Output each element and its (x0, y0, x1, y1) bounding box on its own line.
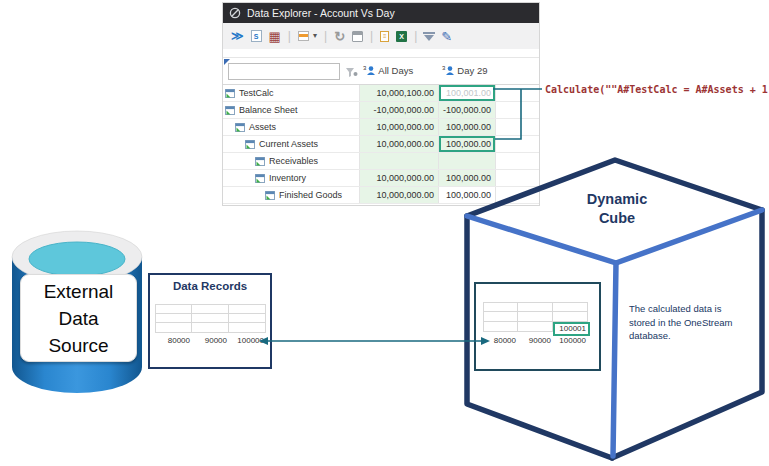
member-cell[interactable]: Finished Goods (223, 187, 359, 203)
filler-cell (495, 85, 539, 101)
label-line: Source (48, 332, 108, 359)
time-badge: 3 (363, 65, 366, 71)
member-label: Assets (249, 122, 276, 132)
member-icon (235, 122, 246, 132)
data-records-grid (155, 304, 266, 333)
member-cell[interactable]: TestCalc (223, 85, 359, 101)
member-cell[interactable]: Receivables (223, 153, 359, 169)
member-label: Finished Goods (279, 190, 342, 200)
toolbar-separator: | (324, 29, 327, 43)
calculator-icon[interactable]: ▦ (269, 30, 281, 43)
value: 100000 (229, 336, 266, 345)
value-cell[interactable]: 10,000,000.00 (359, 136, 438, 152)
filter-icon[interactable] (424, 35, 434, 41)
value: 90000 (518, 336, 553, 345)
member-label: Balance Sheet (239, 105, 298, 115)
time-member-icon (367, 66, 375, 75)
member-label: Current Assets (259, 139, 318, 149)
dropdown-caret-icon[interactable]: ▾ (313, 32, 317, 40)
grid-view-icon[interactable] (298, 31, 309, 41)
filler-cell (495, 119, 539, 135)
export-excel-icon[interactable]: X (396, 31, 407, 42)
filler-cell (495, 102, 539, 118)
member-icon (225, 105, 236, 115)
value: 100000 (553, 336, 588, 345)
cube-data-box: 100001 80000 90000 100000 (474, 282, 601, 371)
cube-note-text: The calculated data is stored in the One… (629, 302, 737, 343)
data-records-values: 80000 90000 100000 (155, 336, 266, 345)
member-icon (225, 88, 236, 98)
member-filter-input[interactable] (228, 63, 340, 80)
save-icon[interactable] (352, 31, 363, 42)
calculate-formula-text: Calculate(""A#TestCalc = A#Assets + 1 (545, 84, 768, 95)
toolbar-separator: | (414, 29, 417, 43)
value: 80000 (155, 336, 192, 345)
column-header-all-days[interactable]: 3 All Days (363, 65, 413, 76)
value-cell[interactable]: 10,000,100.00 (359, 85, 438, 101)
member-label: Receivables (269, 156, 318, 166)
value-cell[interactable]: -100,000.00 (438, 102, 495, 118)
value: 90000 (192, 336, 229, 345)
time-member-icon (446, 66, 454, 75)
table-row[interactable]: Assets 10,000,000.00 100,000.00 (223, 119, 539, 136)
column-label: All Days (378, 65, 413, 76)
toolbar-separator: | (288, 29, 291, 43)
note-line: stored in the OneStream (629, 316, 737, 330)
data-records-box: Data Records 80000 90000 100000 (148, 273, 272, 369)
member-label: TestCalc (239, 88, 274, 98)
export-document-icon[interactable]: ≡ (380, 31, 389, 42)
note-line: database. (629, 329, 737, 343)
toolbar-separator: | (370, 29, 373, 43)
member-icon (255, 173, 266, 183)
note-line: The calculated data is (629, 302, 737, 316)
window-titlebar[interactable]: Data Explorer - Account Vs Day (223, 3, 539, 23)
member-cell[interactable]: Assets (223, 119, 359, 135)
cube-data-values: 80000 90000 100000 (483, 336, 588, 345)
grid-header: 3 All Days 3 Day 29 (223, 57, 539, 85)
cube-title-line: Dynamic (558, 190, 676, 209)
calculated-cell-highlighted: 100001 (553, 322, 590, 336)
cube-title-line: Cube (558, 209, 676, 228)
onestream-logo-icon (229, 7, 241, 19)
member-icon (265, 190, 276, 200)
refresh-icon[interactable]: ↻ (334, 30, 345, 43)
value-cell[interactable]: 10,000,000.00 (359, 119, 438, 135)
time-badge: 3 (442, 65, 445, 71)
member-cell[interactable]: Current Assets (223, 136, 359, 152)
member-cell[interactable]: Balance Sheet (223, 102, 359, 118)
column-header-day-29[interactable]: 3 Day 29 (442, 65, 487, 76)
member-label: Inventory (269, 173, 306, 183)
table-row[interactable]: Balance Sheet -10,000,000.00 -100,000.00 (223, 102, 539, 119)
label-line: Data (58, 305, 98, 332)
value-cell[interactable] (359, 153, 438, 169)
data-records-title: Data Records (150, 280, 270, 292)
window-title: Data Explorer - Account Vs Day (247, 7, 395, 19)
process-icon[interactable]: ≫ (231, 30, 244, 42)
value-cell[interactable]: 10,000,000.00 (359, 187, 438, 203)
label-line: External (44, 278, 114, 305)
value-cell-highlighted[interactable]: 100,001.00 (438, 85, 495, 101)
member-icon (245, 139, 256, 149)
cube-title: Dynamic Cube (558, 190, 676, 228)
external-data-source-label: External Data Source (20, 274, 137, 362)
value-cell[interactable]: -10,000,000.00 (359, 102, 438, 118)
journal-icon[interactable]: S (251, 30, 262, 42)
toolbar: ≫ S ▦ | ▾ | ↻ | ≡ X | ✎ (223, 23, 539, 49)
table-row[interactable]: TestCalc 10,000,100.00 100,001.00 (223, 85, 539, 102)
member-cell[interactable]: Inventory (223, 170, 359, 186)
value-cell[interactable]: 100,000.00 (438, 119, 495, 135)
edit-pencil-icon[interactable]: ✎ (441, 30, 452, 43)
column-label: Day 29 (457, 65, 487, 76)
value-cell[interactable]: 10,000,000.00 (359, 170, 438, 186)
member-icon (255, 156, 266, 166)
member-filter-icon[interactable] (345, 67, 358, 78)
value: 80000 (483, 336, 518, 345)
